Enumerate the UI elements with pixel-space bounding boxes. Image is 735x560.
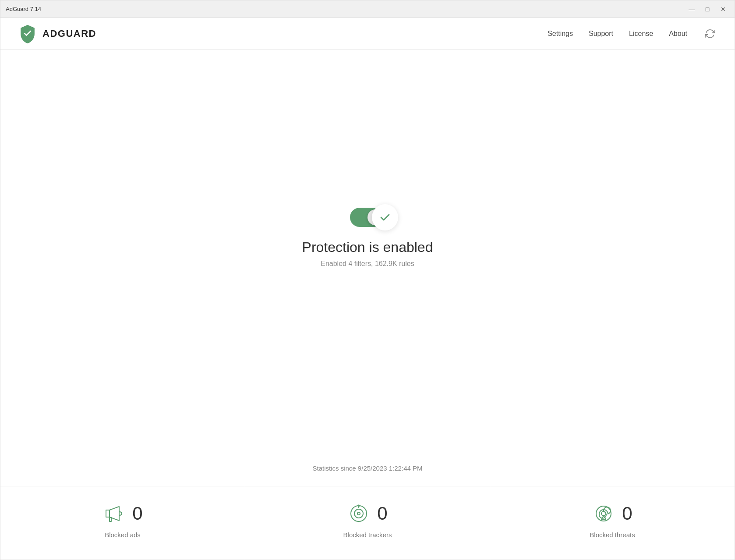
window-controls: — □ ✕ bbox=[686, 5, 729, 14]
window-title: AdGuard 7.14 bbox=[6, 6, 41, 12]
adguard-logo-icon bbox=[18, 24, 37, 43]
svg-point-2 bbox=[354, 509, 363, 518]
stat-trackers-icon-count: 0 bbox=[347, 502, 387, 525]
protection-status-title: Protection is enabled bbox=[302, 239, 433, 255]
toggle-container bbox=[350, 208, 385, 227]
stat-ads-icon-count: 0 bbox=[102, 502, 142, 525]
stats-section: Statistics since 9/25/2023 1:22:44 PM 0 bbox=[0, 452, 735, 560]
blocked-ads-icon bbox=[102, 502, 125, 525]
stat-blocked-trackers: 0 Blocked trackers bbox=[245, 486, 490, 560]
logo-area: ADGUARD bbox=[18, 24, 96, 43]
nav-about[interactable]: About bbox=[669, 28, 687, 39]
header: ADGUARD Settings Support License About bbox=[0, 18, 735, 50]
protection-checkmark-icon bbox=[372, 204, 398, 230]
checkmark-svg-icon bbox=[379, 211, 391, 223]
svg-line-7 bbox=[601, 516, 604, 519]
maximize-button[interactable]: □ bbox=[701, 5, 714, 14]
svg-point-3 bbox=[357, 512, 360, 515]
stat-ads-count: 0 bbox=[132, 503, 142, 524]
minimize-button[interactable]: — bbox=[686, 5, 698, 14]
nav-area: Settings Support License About bbox=[548, 27, 717, 41]
stats-date: Statistics since 9/25/2023 1:22:44 PM bbox=[313, 464, 423, 472]
nav-license[interactable]: License bbox=[629, 28, 653, 39]
blocked-trackers-icon bbox=[347, 502, 370, 525]
nav-support[interactable]: Support bbox=[589, 28, 613, 39]
app-window: AdGuard 7.14 — □ ✕ ADGUARD Settings Supp… bbox=[0, 0, 735, 560]
stat-blocked-threats: 0 Blocked threats bbox=[490, 486, 735, 560]
stat-threats-count: 0 bbox=[622, 503, 632, 524]
title-bar: AdGuard 7.14 — □ ✕ bbox=[0, 0, 735, 18]
main-content: Protection is enabled Enabled 4 filters,… bbox=[0, 50, 735, 560]
stats-grid: 0 Blocked ads bbox=[0, 486, 735, 560]
stat-ads-label: Blocked ads bbox=[105, 531, 141, 539]
nav-settings[interactable]: Settings bbox=[548, 28, 573, 39]
stat-trackers-label: Blocked trackers bbox=[343, 531, 392, 539]
logo-text: ADGUARD bbox=[42, 28, 96, 39]
stat-blocked-ads: 0 Blocked ads bbox=[0, 486, 245, 560]
stat-trackers-count: 0 bbox=[377, 503, 387, 524]
protection-section: Protection is enabled Enabled 4 filters,… bbox=[302, 50, 433, 452]
refresh-button[interactable] bbox=[703, 27, 717, 41]
stat-threats-label: Blocked threats bbox=[590, 531, 635, 539]
protection-status-subtitle: Enabled 4 filters, 162.9K rules bbox=[321, 260, 414, 268]
refresh-icon bbox=[705, 28, 715, 39]
svg-marker-0 bbox=[106, 510, 110, 517]
close-button[interactable]: ✕ bbox=[717, 5, 729, 14]
stat-threats-icon-count: 0 bbox=[592, 502, 632, 525]
blocked-threats-icon bbox=[592, 502, 615, 525]
